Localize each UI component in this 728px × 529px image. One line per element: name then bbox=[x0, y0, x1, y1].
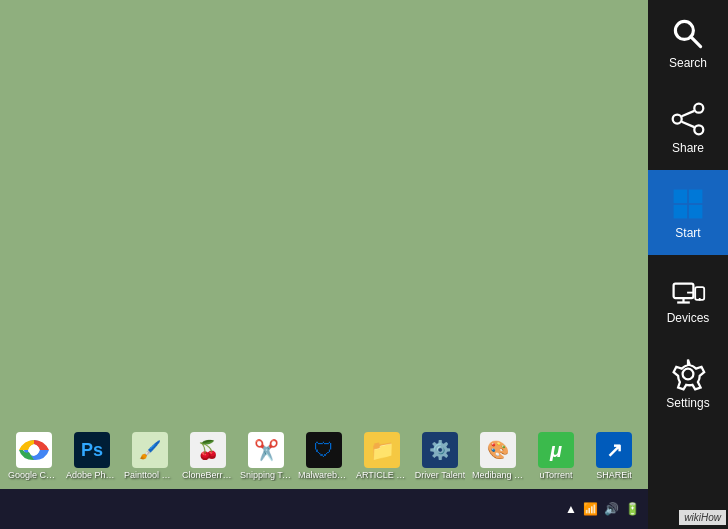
charm-settings[interactable]: Settings bbox=[648, 340, 728, 425]
desktop-icon-article[interactable]: 📁ARTICLE TITLE bbox=[356, 432, 408, 481]
desktop-icon-label-snipping: Snipping Tool bbox=[240, 470, 292, 481]
settings-icon bbox=[670, 356, 706, 392]
charm-devices[interactable]: Devices bbox=[648, 255, 728, 340]
taskbar bbox=[0, 489, 648, 529]
desktop-icon-sai[interactable]: 🖌️Painttool SAI bbox=[124, 432, 176, 481]
svg-rect-12 bbox=[674, 204, 688, 218]
desktop-icon-label-malwarebytes: Malwarebytes Anti-Malware bbox=[298, 470, 350, 481]
desktop-icon-label-cloneberry: CloneBerry Explorer II... bbox=[182, 470, 234, 481]
wifi-bars-icon: 📶 bbox=[583, 502, 598, 516]
desktop-icon-photoshop[interactable]: PsAdobe Photosho... bbox=[66, 432, 118, 481]
desktop-icon-malwarebytes[interactable]: 🛡Malwarebytes Anti-Malware bbox=[298, 432, 350, 481]
desktop-icon-label-drivertalent: Driver Talent bbox=[415, 470, 465, 481]
svg-rect-17 bbox=[695, 287, 704, 300]
charm-label-search: Search bbox=[669, 56, 707, 70]
desktop-icon-label-sai: Painttool SAI bbox=[124, 470, 176, 481]
desktop-icon-chrome[interactable]: Google Chrome bbox=[8, 432, 60, 481]
svg-line-4 bbox=[691, 36, 701, 46]
desktop-icon-medibang[interactable]: 🎨Medibang Paint Pro bbox=[472, 432, 524, 481]
charm-label-start: Start bbox=[675, 226, 700, 240]
devices-icon bbox=[670, 271, 706, 307]
desktop-icon-label-medibang: Medibang Paint Pro bbox=[472, 470, 524, 481]
desktop-icon-label-article: ARTICLE TITLE bbox=[356, 470, 408, 481]
desktop-icon-label-chrome: Google Chrome bbox=[8, 470, 60, 481]
svg-line-9 bbox=[682, 121, 695, 126]
search-icon bbox=[670, 16, 706, 52]
svg-point-20 bbox=[683, 368, 694, 379]
svg-line-8 bbox=[682, 110, 695, 115]
svg-point-2 bbox=[29, 445, 39, 455]
desktop-icon-label-photoshop: Adobe Photosho... bbox=[66, 470, 118, 481]
desktop-icon-shareit[interactable]: ↗SHAREit bbox=[588, 432, 640, 481]
share-icon bbox=[670, 101, 706, 137]
speaker-icon: 🔊 bbox=[604, 502, 619, 516]
desktop: Google ChromePsAdobe Photosho...🖌️Paintt… bbox=[0, 0, 728, 529]
desktop-icon-utorrent[interactable]: μuTorrent bbox=[530, 432, 582, 481]
svg-rect-14 bbox=[674, 283, 694, 297]
desktop-icon-snipping[interactable]: ✂️Snipping Tool bbox=[240, 432, 292, 481]
wifi-icon: ▲ bbox=[565, 502, 577, 516]
svg-rect-11 bbox=[689, 189, 703, 203]
desktop-icon-label-shareit: SHAREit bbox=[596, 470, 632, 481]
charms-bar: Search Share Start Devices bbox=[648, 0, 728, 529]
desktop-icon-drivertalent[interactable]: ⚙️Driver Talent bbox=[414, 432, 466, 481]
start-icon bbox=[670, 186, 706, 222]
system-tray: ▲ 📶 🔊 🔋 bbox=[568, 489, 648, 529]
svg-rect-10 bbox=[674, 189, 688, 203]
svg-point-5 bbox=[694, 103, 703, 112]
svg-point-6 bbox=[673, 114, 682, 123]
charm-label-share: Share bbox=[672, 141, 704, 155]
charm-label-devices: Devices bbox=[667, 311, 710, 325]
desktop-icon-cloneberry[interactable]: 🍒CloneBerry Explorer II... bbox=[182, 432, 234, 481]
charm-start[interactable]: Start bbox=[648, 170, 728, 255]
battery-icon: 🔋 bbox=[625, 502, 640, 516]
desktop-icon-label-utorrent: uTorrent bbox=[539, 470, 572, 481]
svg-rect-13 bbox=[689, 204, 703, 218]
charm-label-settings: Settings bbox=[666, 396, 709, 410]
charm-search[interactable]: Search bbox=[648, 0, 728, 85]
desktop-icons-container: Google ChromePsAdobe Photosho...🖌️Paintt… bbox=[0, 428, 706, 485]
svg-point-7 bbox=[694, 125, 703, 134]
charm-share[interactable]: Share bbox=[648, 85, 728, 170]
watermark: wikiHow bbox=[679, 510, 726, 525]
